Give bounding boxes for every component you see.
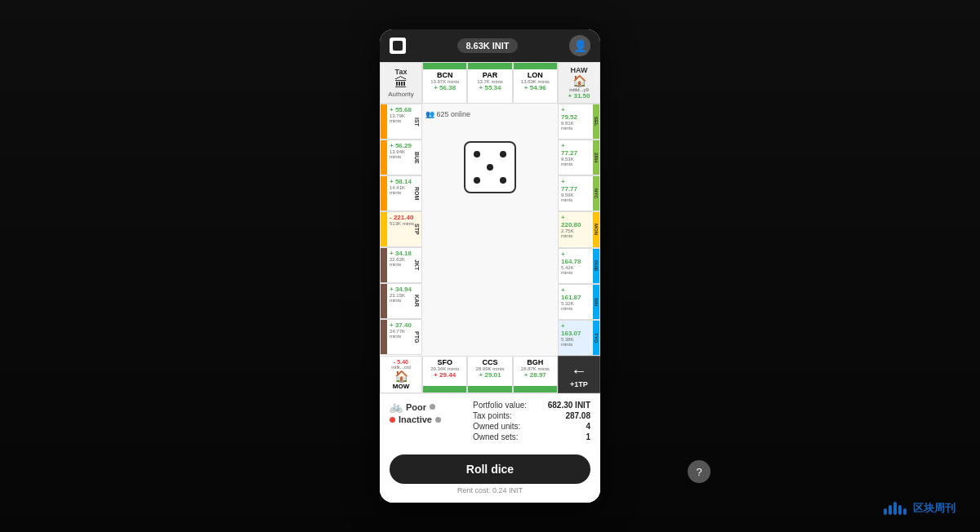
- dot-bl: [474, 177, 480, 184]
- sel-mints: 9.81K mints: [561, 121, 581, 131]
- city-kar[interactable]: + 34.94 23.15K mints KAR: [380, 283, 422, 319]
- dot-tl: [474, 151, 480, 157]
- tax-authority-cell: Tax 🏛 Authority: [380, 62, 422, 104]
- ccs-colorbar: [468, 386, 511, 392]
- lon-colorbar: [514, 63, 557, 69]
- active-status: Inactive: [390, 415, 463, 424]
- nyc-change: + 77.77: [561, 178, 581, 193]
- city-dub[interactable]: + 164.78 5.42K mints DUB: [558, 248, 600, 284]
- city-rom[interactable]: + 58.14 14.41K mints ROM: [380, 175, 422, 211]
- kar-name: KAR: [414, 295, 420, 307]
- tyo-change: + 163.07: [561, 322, 581, 337]
- sfo-name: SFO: [437, 358, 452, 366]
- bue-colorbar: [381, 140, 387, 175]
- mon-name: MON: [594, 224, 599, 235]
- city-lon[interactable]: LON 13.63K mints + 54.96: [513, 62, 558, 104]
- ccs-change: + 29.01: [479, 371, 501, 379]
- top-row: Tax 🏛 Authority BCN 13.97K mints + 56.38: [380, 62, 600, 104]
- dub-change: + 164.78: [561, 250, 581, 265]
- zrh-change: + 77.27: [561, 142, 581, 157]
- haw-name: HAW: [571, 66, 588, 74]
- bgh-change: + 28.97: [524, 371, 546, 379]
- sfo-colorbar: [423, 386, 466, 392]
- city-jkt[interactable]: + 34.18 22.62K mints JKT: [380, 247, 422, 283]
- watermark-text: 区块周刊: [913, 501, 956, 516]
- dot-tr: [500, 151, 506, 157]
- city-ist[interactable]: + 55.68 13.79K mints IST: [380, 104, 422, 140]
- haw-change: + 31.50: [568, 92, 590, 100]
- dot-c: [487, 164, 493, 171]
- kar-colorbar: [381, 284, 387, 318]
- balance-display: 8.63K INIT: [457, 38, 517, 53]
- ccs-name: CCS: [482, 358, 497, 366]
- ptg-name: PTG: [414, 331, 420, 343]
- city-ptg[interactable]: + 37.40 24.77K mints PTG: [380, 319, 422, 355]
- city-par[interactable]: PAR 13.7K mints + 55.34: [467, 62, 512, 104]
- portfolio-row: Portfolio value: 682.30 INIT: [473, 401, 590, 410]
- dice[interactable]: [464, 141, 516, 193]
- owned-sets-value: 1: [586, 432, 590, 441]
- bcn-name: BCN: [437, 71, 453, 79]
- par-name: PAR: [483, 71, 497, 79]
- portfolio-label: Portfolio value:: [473, 401, 527, 410]
- jkt-colorbar: [381, 248, 387, 282]
- owned-units-label: Owned units:: [473, 422, 520, 431]
- roll-cost: Rent cost: 0.24 INIT: [457, 486, 523, 494]
- arrow-icon: ←: [571, 361, 587, 380]
- nyc-name: NYC: [594, 188, 599, 199]
- bcn-colorbar: [423, 63, 466, 69]
- city-bcn[interactable]: BCN 13.97K mints + 56.38: [422, 62, 467, 104]
- inactive-dot: [435, 417, 441, 423]
- quality-label: Poor: [406, 402, 426, 412]
- sel-name: SEL: [594, 117, 599, 126]
- city-tyo[interactable]: + 163.07 5.38K mints TYO: [558, 320, 600, 356]
- status-right: Portfolio value: 682.30 INIT Tax points:…: [473, 401, 590, 441]
- owned-sets-row: Owned sets: 1: [473, 432, 590, 441]
- dub-mints: 5.42K mints: [561, 265, 581, 275]
- quality-dot: [430, 404, 435, 410]
- tax-points-value: 287.08: [565, 411, 590, 420]
- mon-mints: 2.75K mints: [561, 228, 581, 238]
- bgh-colorbar: [514, 386, 557, 392]
- city-haw[interactable]: HAW 🏠 initld...y9 + 31.50: [558, 62, 600, 104]
- plus1tp-button[interactable]: ← +1TP: [558, 356, 600, 393]
- quality-icon: 🚲: [390, 401, 403, 413]
- par-change: + 55.34: [479, 84, 501, 91]
- logo: [390, 38, 406, 54]
- tax-points-label: Tax points:: [473, 411, 512, 420]
- roll-section: Roll dice Rent cost: 0.24 INIT: [380, 448, 600, 503]
- lon-change: + 54.96: [524, 84, 546, 91]
- city-stp[interactable]: - 221.40 513K mints STP: [380, 211, 422, 247]
- city-sfo[interactable]: SFO 29.34K mints + 29.44: [422, 356, 467, 393]
- watermark-icon: [884, 502, 906, 515]
- tax-points-row: Tax points: 287.08: [473, 411, 590, 420]
- status-left: 🚲 Poor Inactive: [390, 401, 463, 441]
- city-bue[interactable]: + 56.29 13.94K mints BUE: [380, 140, 422, 175]
- avatar[interactable]: 👤: [569, 35, 590, 56]
- dot-br: [500, 177, 506, 184]
- city-nyc[interactable]: + 77.77 9.59K mints NYC: [558, 175, 600, 211]
- city-ccs[interactable]: CCS 28.99K mints + 29.01: [467, 356, 512, 393]
- city-mon[interactable]: + 220.80 2.75K mints MON: [558, 211, 600, 247]
- city-sin[interactable]: + 161.87 5.32K mints SIN: [558, 284, 600, 320]
- status-bar: 🚲 Poor Inactive Portfolio value: 682.30 …: [380, 393, 600, 448]
- stp-colorbar: [381, 212, 387, 246]
- city-mow[interactable]: - 5.40 intlk...ctd 🏠 MOW: [380, 356, 422, 393]
- help-button[interactable]: ?: [688, 460, 710, 483]
- ist-colorbar: [381, 104, 387, 139]
- center-area: 👥 625 online: [422, 104, 558, 356]
- city-zrh[interactable]: + 77.27 9.53K mints ZRH: [558, 140, 600, 175]
- header: 8.63K INIT 👤: [380, 29, 600, 62]
- bottom-cities: SFO 29.34K mints + 29.44 CCS 28.99K mint…: [422, 356, 558, 393]
- city-bgh[interactable]: BGH 28.87K mints + 28.97: [513, 356, 558, 393]
- city-sel[interactable]: + 79.52 9.81K mints SEL: [558, 104, 600, 140]
- par-colorbar: [468, 63, 511, 69]
- mow-icon: 🏠: [394, 370, 408, 383]
- roll-dice-button[interactable]: Roll dice: [390, 454, 590, 484]
- tyo-mints: 5.38K mints: [561, 337, 581, 347]
- owned-sets-label: Owned sets:: [473, 432, 519, 441]
- owned-units-row: Owned units: 4: [473, 422, 590, 431]
- sel-change: + 79.52: [561, 106, 581, 121]
- game-board: Tax 🏛 Authority BCN 13.97K mints + 56.38: [380, 62, 600, 393]
- dub-name: DUB: [594, 260, 599, 271]
